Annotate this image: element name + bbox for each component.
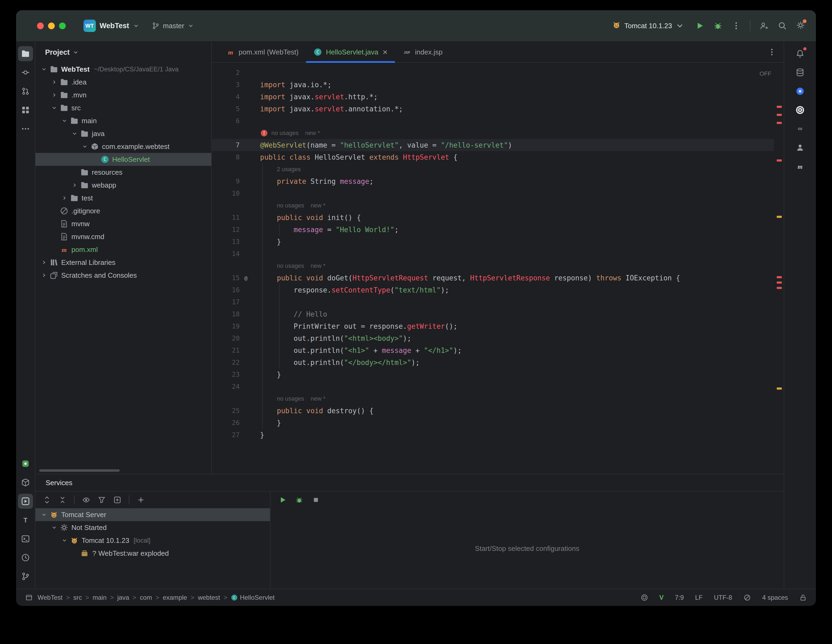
notifications-button[interactable] [792,46,808,61]
close-tab-icon[interactable]: × [383,48,388,56]
code-with-me-button[interactable] [760,21,769,30]
debug-service-button[interactable] [295,496,303,504]
code-line[interactable]: 25public void destroy() { [212,405,774,417]
caret-position[interactable]: 7:9 [675,594,684,601]
code-line[interactable]: 5import javax.servlet.annotation.*; [212,103,774,115]
view-options-button[interactable] [82,496,90,504]
tab-options-button[interactable] [768,48,776,56]
database-tool-button[interactable] [792,65,808,80]
services-tool-button[interactable] [18,494,33,509]
code-line[interactable]: 24 [212,380,774,393]
breadcrumb-item[interactable]: com [140,594,152,601]
breadcrumb-item[interactable]: src [73,594,82,601]
terminal-tool-button[interactable] [18,531,33,547]
project-tree-item[interactable]: mvnw.cmd [35,230,211,243]
collaboration-tool-button[interactable] [792,140,808,155]
code-line[interactable]: 3import java.io.*; [212,78,774,91]
filter-button[interactable] [98,496,106,504]
code-line[interactable]: 15@public void doGet(HttpServletRequest … [212,272,774,284]
editor-tab[interactable]: mpom.xml (WebTest) [219,42,306,62]
project-tree-item[interactable]: .idea [35,76,211,89]
project-tree-item[interactable]: resources [35,166,211,179]
indent-style[interactable]: 4 spaces [762,594,788,601]
breadcrumb-item[interactable]: example [163,594,187,601]
minimize-window-button[interactable] [48,22,55,29]
project-tree-item[interactable]: CHelloServlet [35,153,211,166]
project-tree-item[interactable]: test [35,192,211,205]
highlighting-level-indicator[interactable]: OFF [760,70,771,77]
services-tree-item[interactable]: Not Started [35,521,270,534]
file-encoding[interactable]: UTF-8 [714,594,732,601]
code-line[interactable]: 20out.println("<html><body>"); [212,332,774,344]
chevron-down-icon[interactable] [59,118,69,124]
profiler-tool-button[interactable] [18,550,33,565]
stripe-mark[interactable] [777,216,782,218]
code-line[interactable]: 2 [212,67,774,78]
stripe-mark[interactable] [777,122,782,124]
line-separator[interactable]: LF [695,594,702,601]
more-actions-button[interactable] [732,21,741,30]
chevron-down-icon[interactable] [50,105,59,111]
code-line[interactable]: 11public void init() { [212,211,774,224]
error-stripe[interactable] [774,63,784,474]
project-tree-item[interactable]: main [35,114,211,127]
code-line[interactable]: 22out.println("</body></html>"); [212,356,774,368]
code-line[interactable]: 7@WebServlet(name = "helloServlet", valu… [212,139,774,151]
chevron-down-icon[interactable] [80,144,90,149]
project-tree-item[interactable]: com.example.webtest [35,140,211,153]
ai-assistant-tool-button[interactable] [792,84,808,99]
expand-all-button[interactable] [43,496,51,504]
build-tool-button[interactable] [18,475,33,490]
code-line[interactable]: 12message = "Hello World!"; [212,224,774,236]
chevron-right-icon[interactable] [39,272,49,278]
add-service-button[interactable] [137,496,145,504]
code-line[interactable]: 21out.println("<h1>" + message + "</h1>"… [212,344,774,356]
stripe-mark[interactable] [777,387,782,390]
editor-tab[interactable]: JSPindex.jsp [395,42,450,62]
project-tree-item[interactable]: mpom.xml [35,243,211,256]
chevron-down-icon[interactable] [59,537,69,543]
breadcrumb-item[interactable]: java [117,594,129,601]
chevron-right-icon[interactable] [50,79,59,85]
project-tree-item[interactable]: src [35,101,211,114]
code-line[interactable]: 19PrintWriter out = response.getWriter()… [212,320,774,332]
vcs-v-indicator[interactable]: V [659,594,664,601]
project-tree-item[interactable]: Scratches and Consoles [35,269,211,282]
ai-status-icon[interactable] [641,594,648,601]
open-in-new-tab-button[interactable] [113,496,121,504]
editor-tab[interactable]: CHelloServlet.java× [306,42,395,62]
code-line[interactable]: 16response.setContentType("text/html"); [212,284,774,296]
code-line[interactable]: 10 [212,187,774,200]
code-line[interactable]: 23} [212,368,774,380]
pull-requests-tool-button[interactable] [18,84,33,99]
services-tree-item[interactable]: Tomcat 10.1.23[local] [35,534,270,547]
code-line[interactable]: 17 [212,296,774,308]
stripe-mark[interactable] [777,281,782,284]
run-button[interactable] [695,21,704,30]
run-service-button[interactable] [278,496,286,504]
project-tree-item[interactable]: WebTest~/Desktop/CS/JavaEE/1 Java [35,63,211,76]
chevron-right-icon[interactable] [39,259,49,265]
code-line[interactable]: 4import javax.servlet.http.*; [212,91,774,103]
stripe-mark[interactable] [777,287,782,289]
highlighting-off-icon[interactable] [744,594,751,601]
stripe-mark[interactable] [777,106,782,108]
code-line[interactable]: 6 [212,115,774,127]
breadcrumb-item[interactable]: WebTest [38,594,62,601]
project-tree-item[interactable]: java [35,127,211,140]
writable-status-icon[interactable] [799,594,807,601]
collapse-all-button[interactable] [59,496,67,504]
plugin-tool-button[interactable] [18,456,33,471]
horizontal-scrollbar[interactable] [39,469,120,472]
project-tree-item[interactable]: mvnw [35,217,211,230]
chevron-right-icon[interactable] [59,195,69,201]
code-line[interactable]: 8public class HelloServlet extends HttpS… [212,151,774,163]
breadcrumb-item[interactable]: CHelloServlet [231,594,275,601]
todo-tool-button[interactable]: T [18,513,33,527]
chevron-down-icon[interactable] [39,512,49,518]
zoom-window-button[interactable] [59,22,66,29]
search-everywhere-button[interactable] [778,21,787,30]
project-widget[interactable]: WT WebTest [83,19,139,32]
project-tree-item[interactable]: .mvn [35,89,211,101]
debug-button[interactable] [714,21,723,30]
